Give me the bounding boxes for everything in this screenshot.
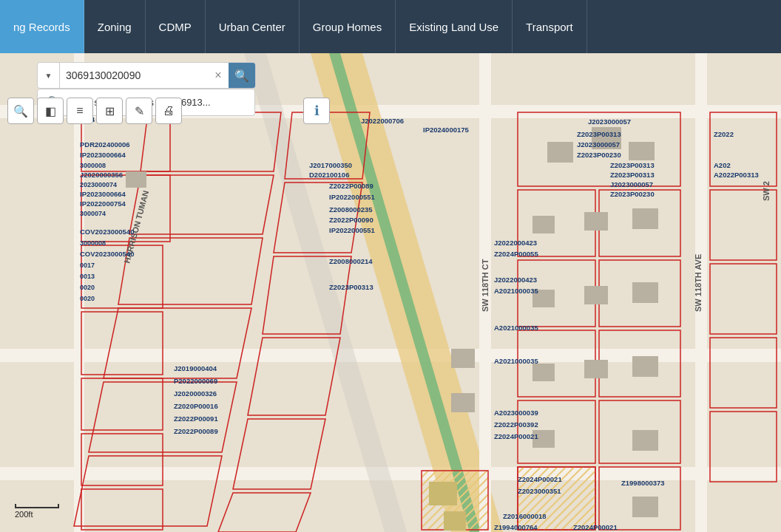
svg-rect-58 [451, 349, 475, 368]
svg-text:Z1998000373: Z1998000373 [621, 479, 665, 487]
svg-rect-57 [632, 282, 658, 303]
svg-text:A2021000035: A2021000035 [494, 357, 538, 365]
nav-item-existing-land-use[interactable]: Existing Land Use [396, 0, 513, 53]
scale-label: 200ft [15, 510, 33, 519]
svg-text:Z2023P00230: Z2023P00230 [577, 151, 621, 159]
svg-text:COV2023000540: COV2023000540 [80, 250, 134, 258]
svg-text:Z2024P00055: Z2024P00055 [494, 250, 538, 258]
svg-text:Z2023P00313: Z2023P00313 [610, 171, 655, 179]
svg-rect-56 [584, 286, 608, 304]
svg-text:Z2023P00313: Z2023P00313 [610, 161, 655, 169]
svg-text:J2023000057: J2023000057 [588, 117, 631, 126]
svg-rect-59 [451, 393, 475, 412]
svg-text:IP2022000551: IP2022000551 [329, 193, 376, 201]
svg-text:J2022000423: J2022000423 [494, 276, 537, 284]
svg-text:J2023000057: J2023000057 [577, 140, 620, 149]
svg-text:A2022P00313: A2022P00313 [714, 171, 759, 179]
svg-text:COV2023000540: COV2023000540 [80, 228, 134, 236]
svg-text:Z2024P00021: Z2024P00021 [573, 523, 618, 531]
svg-text:SW 118TH CT: SW 118TH CT [481, 259, 490, 312]
svg-text:P2022000069: P2022000069 [174, 377, 217, 385]
svg-text:Z1994000764: Z1994000764 [494, 523, 538, 531]
search-input[interactable] [60, 69, 208, 81]
search-clear-button[interactable]: × [208, 63, 229, 88]
svg-rect-66 [429, 482, 457, 505]
svg-text:Z2022P00392: Z2022P00392 [494, 420, 538, 429]
svg-text:J2020000356: J2020000356 [80, 171, 123, 179]
svg-text:Z2023P00230: Z2023P00230 [610, 190, 655, 198]
svg-text:J2022000706: J2022000706 [361, 117, 404, 125]
svg-text:J2019000404: J2019000404 [174, 364, 217, 372]
nav-item-zoning[interactable]: Zoning [84, 0, 146, 53]
svg-text:Z2023P00313: Z2023P00313 [329, 283, 373, 291]
info-button[interactable]: ℹ [303, 98, 330, 124]
svg-text:Z2022P00090: Z2022P00090 [329, 216, 373, 224]
toolbar-draw-btn[interactable]: ✎ [126, 98, 152, 124]
svg-text:0017: 0017 [80, 262, 95, 269]
toolbar: 🔍 ◧ ≡ ⊞ ✎ 🖨 [7, 98, 182, 124]
svg-text:Z2023000351: Z2023000351 [518, 487, 561, 495]
scale-line [15, 504, 59, 508]
svg-rect-54 [632, 208, 658, 229]
svg-text:IP2023000664: IP2023000664 [80, 190, 126, 198]
toolbar-layers-btn[interactable]: ◧ [37, 98, 64, 124]
toolbar-search-btn[interactable]: 🔍 [7, 98, 34, 124]
nav-bar: ng Records Zoning CDMP Urban Center Grou… [0, 0, 781, 53]
toolbar-print-btn[interactable]: 🖨 [155, 98, 182, 124]
svg-rect-49 [547, 142, 573, 163]
svg-text:Z2022: Z2022 [714, 130, 734, 138]
svg-text:D202100106: D202100106 [309, 171, 349, 179]
nav-item-zoning-records[interactable]: ng Records [0, 0, 84, 53]
svg-rect-65 [632, 497, 658, 517]
svg-text:Z2022P00091: Z2022P00091 [174, 415, 218, 423]
svg-text:Z2008000214: Z2008000214 [329, 257, 373, 265]
nav-item-transport[interactable]: Transport [513, 0, 587, 53]
svg-rect-68 [126, 171, 146, 188]
svg-text:3000074: 3000074 [80, 210, 106, 217]
toolbar-stack-btn[interactable]: ⊞ [96, 98, 123, 124]
nav-item-cdmp[interactable]: CDMP [146, 0, 206, 53]
search-dropdown-button[interactable]: ▼ [38, 63, 60, 88]
search-go-button[interactable]: 🔍 [229, 63, 255, 88]
svg-text:0020: 0020 [80, 284, 95, 291]
svg-text:J2023000057: J2023000057 [610, 180, 653, 188]
svg-text:J2020000326: J2020000326 [174, 389, 217, 398]
svg-text:Z2022P00089: Z2022P00089 [329, 182, 373, 190]
svg-text:0013: 0013 [80, 273, 95, 280]
svg-rect-51 [629, 142, 655, 160]
scale-bar: 200ft [15, 504, 59, 519]
svg-rect-62 [632, 356, 658, 377]
svg-text:Z2024P00021: Z2024P00021 [494, 432, 538, 440]
svg-text:J2022000423: J2022000423 [494, 239, 537, 247]
nav-item-group-homes[interactable]: Group Homes [300, 0, 396, 53]
svg-text:PDR202400006: PDR202400006 [80, 140, 130, 149]
svg-text:3000008: 3000008 [80, 239, 106, 247]
svg-text:Z2023P00313: Z2023P00313 [577, 130, 621, 138]
svg-text:Z2022P00089: Z2022P00089 [174, 427, 218, 435]
svg-rect-61 [584, 360, 608, 378]
search-bar: ▼ × 🔍 [37, 62, 256, 89]
svg-text:IP2023000664: IP2023000664 [80, 151, 126, 159]
svg-text:IP2022000551: IP2022000551 [329, 226, 376, 234]
svg-rect-9 [74, 53, 84, 532]
svg-text:0020: 0020 [80, 295, 95, 302]
nav-item-urban-center[interactable]: Urban Center [206, 0, 300, 53]
svg-text:Z2008000235: Z2008000235 [329, 205, 373, 214]
svg-rect-64 [632, 430, 658, 451]
svg-text:Z2016000018: Z2016000018 [503, 512, 547, 520]
svg-rect-2 [0, 349, 781, 362]
svg-rect-60 [532, 364, 555, 381]
toolbar-list-btn[interactable]: ≡ [67, 98, 93, 124]
svg-text:A2023000039: A2023000039 [494, 409, 538, 417]
svg-text:Z2024P00021: Z2024P00021 [518, 475, 562, 483]
svg-text:A2021000035: A2021000035 [494, 324, 538, 332]
map-container[interactable]: HARRISON TUMAN SW 118TH CT SW 118TH AVE … [0, 53, 781, 532]
map-svg: HARRISON TUMAN SW 118TH CT SW 118TH AVE … [0, 53, 781, 532]
svg-rect-52 [532, 216, 555, 233]
svg-text:3000008: 3000008 [80, 162, 106, 169]
svg-text:SW 2: SW 2 [762, 181, 771, 201]
svg-text:J2017000350: J2017000350 [309, 161, 352, 169]
svg-text:A202: A202 [714, 161, 731, 169]
svg-text:IP2022000754: IP2022000754 [80, 200, 126, 208]
svg-text:A2021000035: A2021000035 [494, 287, 538, 295]
